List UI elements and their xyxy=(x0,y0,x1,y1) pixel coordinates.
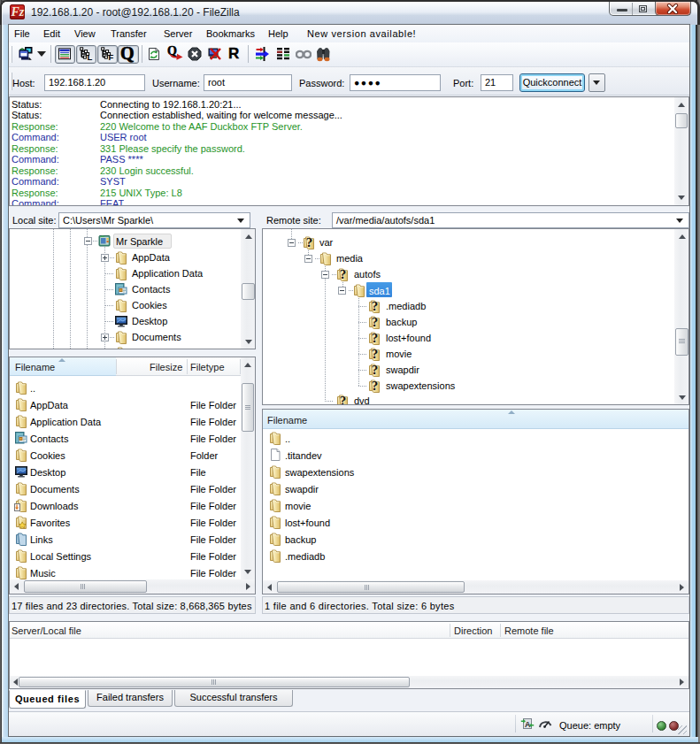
svg-text:F: F xyxy=(109,52,114,61)
svg-text:Fz: Fz xyxy=(11,5,25,19)
svg-text:L: L xyxy=(88,52,93,61)
svg-text:A: A xyxy=(525,720,531,729)
